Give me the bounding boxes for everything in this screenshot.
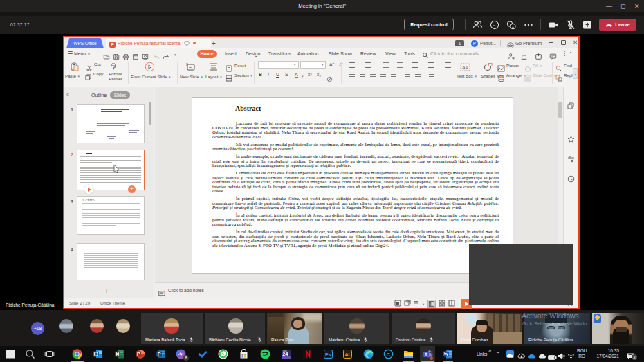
svg-text:Ps: Ps bbox=[325, 352, 331, 357]
svg-text:P: P bbox=[137, 352, 140, 356]
svg-text:P: P bbox=[158, 352, 161, 356]
svg-text:DIGI: DIGI bbox=[283, 350, 287, 352]
svg-text:Ai: Ai bbox=[345, 352, 350, 357]
svg-text:A: A bbox=[462, 65, 466, 70]
svg-text:C: C bbox=[387, 352, 391, 358]
